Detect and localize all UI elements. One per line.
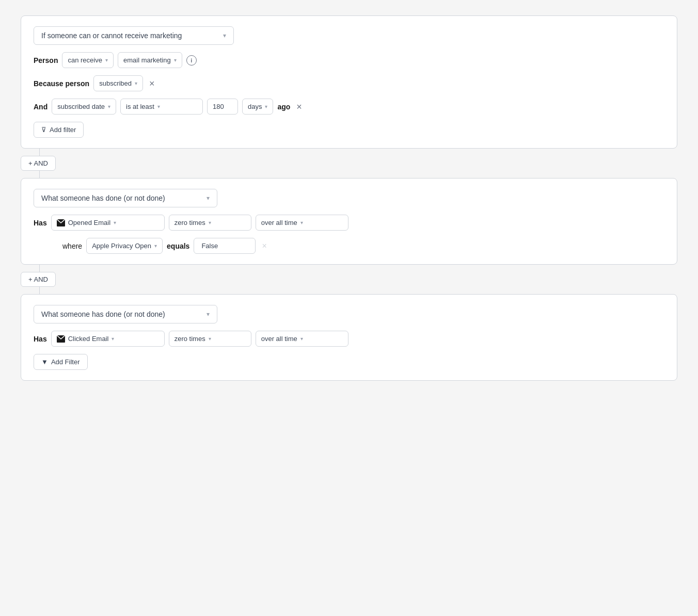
chevron-icon-subscribed: ▾ [135, 80, 137, 86]
remove-where-button[interactable]: × [260, 240, 268, 252]
main-condition-label-3: What someone has done (or not done) [41, 310, 165, 318]
time-dropdown-2[interactable]: over all time ▾ [256, 215, 348, 231]
and-line-bottom-1 [39, 171, 40, 178]
chevron-icon-time-3: ▾ [300, 336, 303, 342]
chevron-icon-subscribed-date: ▾ [108, 104, 110, 109]
clicked-email-dropdown[interactable]: Clicked Email ▾ [51, 331, 165, 347]
info-icon[interactable]: i [186, 55, 197, 66]
because-person-row: Because person subscribed ▾ × [34, 75, 664, 91]
email-marketing-dropdown[interactable]: email marketing ▾ [118, 52, 182, 68]
time-dropdown-3[interactable]: over all time ▾ [256, 331, 348, 347]
can-receive-dropdown[interactable]: can receive ▾ [62, 52, 113, 68]
person-label: Person [34, 56, 58, 64]
add-filter-button-1[interactable]: ⊽ Add filter [34, 122, 84, 138]
and-connector-2: + AND [21, 265, 677, 294]
subscribed-date-row: And subscribed date ▾ is at least ▾ 180 … [34, 99, 664, 115]
chevron-icon-opened-email: ▾ [114, 220, 116, 225]
where-row: where Apple Privacy Open ▾ equals False … [34, 238, 664, 254]
remove-date-filter-button[interactable]: × [294, 101, 304, 112]
main-condition-dropdown-1[interactable]: If someone can or cannot receive marketi… [34, 26, 234, 45]
has-label-2: Has [34, 219, 47, 227]
main-condition-dropdown-2[interactable]: What someone has done (or not done) ▾ [34, 189, 217, 207]
where-label: where [62, 242, 82, 250]
is-at-least-dropdown[interactable]: is at least ▾ [120, 99, 203, 115]
equals-label: equals [167, 242, 189, 250]
filter-icon-1: ⊽ [41, 126, 46, 134]
and-line-top-2 [39, 265, 40, 272]
add-filter-button-3[interactable]: ▼ Add Filter [34, 354, 88, 370]
days-value-input[interactable]: 180 [207, 99, 238, 115]
and-button-1[interactable]: + AND [21, 156, 56, 171]
chevron-icon-email-marketing: ▾ [174, 57, 177, 63]
and-label: And [34, 103, 47, 111]
remove-because-button[interactable]: × [147, 78, 157, 89]
condition-block-2: What someone has done (or not done) ▾ Ha… [21, 178, 677, 265]
opened-email-dropdown[interactable]: Opened Email ▾ [51, 215, 165, 231]
chevron-icon-days: ▾ [265, 104, 267, 109]
ago-label: ago [277, 103, 290, 111]
chevron-icon-apple-privacy: ▾ [154, 243, 157, 249]
and-connector-1: + AND [21, 149, 677, 178]
chevron-icon-time-2: ▾ [300, 220, 303, 225]
has-opened-row: Has Opened Email ▾ zero times ▾ over all… [34, 215, 664, 231]
and-line-bottom-2 [39, 287, 40, 294]
apple-privacy-dropdown[interactable]: Apple Privacy Open ▾ [86, 238, 163, 254]
chevron-down-icon-1: ▾ [223, 32, 226, 39]
chevron-down-icon-3: ▾ [207, 311, 210, 318]
subscribed-dropdown[interactable]: subscribed ▾ [93, 75, 143, 91]
condition-block-3: What someone has done (or not done) ▾ Ha… [21, 294, 677, 381]
main-condition-dropdown-3[interactable]: What someone has done (or not done) ▾ [34, 305, 217, 323]
days-dropdown[interactable]: days ▾ [242, 99, 273, 115]
chevron-icon-can-receive: ▾ [105, 57, 108, 63]
filter-icon-3: ▼ [41, 358, 48, 366]
chevron-icon-frequency-2: ▾ [209, 220, 211, 225]
has-clicked-row: Has Clicked Email ▾ zero times ▾ over al… [34, 331, 664, 347]
has-label-3: Has [34, 335, 47, 343]
and-button-2[interactable]: + AND [21, 272, 56, 287]
main-condition-label-2: What someone has done (or not done) [41, 194, 165, 202]
chevron-down-icon-2: ▾ [207, 194, 210, 202]
false-value-input[interactable]: False [194, 238, 256, 254]
frequency-dropdown-2[interactable]: zero times ▾ [169, 215, 251, 231]
condition-block-1: If someone can or cannot receive marketi… [21, 15, 677, 149]
chevron-icon-frequency-3: ▾ [209, 336, 211, 342]
and-line-top-1 [39, 149, 40, 156]
main-condition-label-1: If someone can or cannot receive marketi… [41, 31, 182, 40]
because-label: Because person [34, 79, 89, 88]
frequency-dropdown-3[interactable]: zero times ▾ [169, 331, 251, 347]
chevron-icon-clicked-email: ▾ [112, 336, 114, 342]
email-icon-2 [57, 219, 65, 226]
person-row: Person can receive ▾ email marketing ▾ i [34, 52, 664, 68]
chevron-icon-is-at-least: ▾ [157, 104, 160, 109]
email-icon-3 [57, 335, 65, 343]
subscribed-date-dropdown[interactable]: subscribed date ▾ [52, 99, 116, 115]
